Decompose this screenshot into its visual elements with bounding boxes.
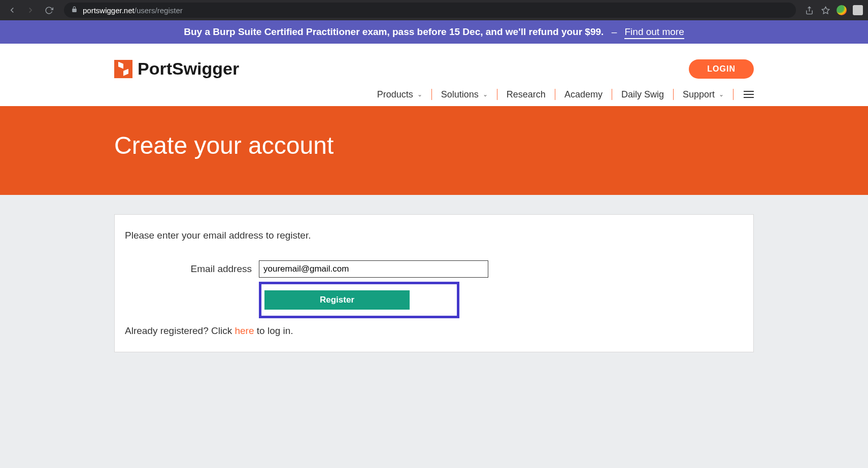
chevron-down-icon: ⌄: [417, 91, 422, 98]
email-label: Email address: [125, 263, 252, 275]
lock-icon: [71, 6, 78, 14]
forward-button[interactable]: [23, 3, 38, 17]
nav-research[interactable]: Research: [497, 89, 555, 100]
already-registered-text: Already registered? Click here to log in…: [125, 325, 743, 337]
form-intro-text: Please enter your email address to regis…: [125, 230, 743, 241]
promo-banner: Buy a Burp Suite Certified Practitioner …: [0, 20, 868, 44]
nav-solutions-label: Solutions: [441, 89, 479, 100]
register-highlight-box: Register: [259, 282, 459, 318]
form-section: Please enter your email address to regis…: [114, 214, 754, 352]
extension-icon-1[interactable]: [837, 5, 847, 15]
reload-button[interactable]: [42, 3, 56, 17]
bookmark-star-icon[interactable]: [820, 5, 830, 15]
profile-avatar-icon[interactable]: [853, 5, 863, 15]
register-card: Please enter your email address to regis…: [114, 214, 754, 352]
hamburger-menu-icon[interactable]: [733, 91, 754, 98]
share-icon[interactable]: [804, 5, 814, 15]
nav-academy-label: Academy: [564, 89, 603, 100]
page-title: Create your account: [114, 131, 754, 159]
nav-support[interactable]: Support ⌄: [674, 89, 733, 100]
promo-text: Buy a Burp Suite Certified Practitioner …: [184, 26, 604, 37]
login-button[interactable]: LOGIN: [689, 59, 754, 79]
url-text: portswigger.net/users/register: [83, 6, 183, 15]
chevron-down-icon: ⌄: [483, 91, 488, 98]
address-bar[interactable]: portswigger.net/users/register: [64, 3, 796, 18]
register-button[interactable]: Register: [264, 290, 410, 310]
email-field[interactable]: [259, 260, 488, 278]
promo-separator: –: [612, 26, 617, 37]
nav-academy[interactable]: Academy: [555, 89, 612, 100]
already-suffix: to log in.: [254, 325, 293, 336]
main-nav: Products ⌄ Solutions ⌄ Research Academy …: [114, 89, 754, 106]
browser-toolbar: portswigger.net/users/register: [0, 0, 868, 20]
nav-support-label: Support: [683, 89, 715, 100]
promo-link[interactable]: Find out more: [624, 26, 684, 39]
nav-products-label: Products: [377, 89, 413, 100]
back-button[interactable]: [5, 3, 19, 17]
logo-text: PortSwigger: [138, 59, 239, 79]
already-prefix: Already registered? Click: [125, 325, 235, 336]
nav-solutions[interactable]: Solutions ⌄: [432, 89, 497, 100]
login-here-link[interactable]: here: [235, 325, 254, 336]
nav-research-label: Research: [507, 89, 546, 100]
nav-daily-swig[interactable]: Daily Swig: [612, 89, 674, 100]
nav-products[interactable]: Products ⌄: [368, 89, 432, 100]
nav-daily-swig-label: Daily Swig: [621, 89, 664, 100]
logo[interactable]: PortSwigger: [114, 59, 239, 79]
page-header: PortSwigger LOGIN Products ⌄ Solutions ⌄…: [0, 44, 868, 106]
svg-marker-1: [822, 7, 829, 13]
logo-icon: [114, 60, 132, 78]
hero-banner: Create your account: [0, 106, 868, 195]
chevron-down-icon: ⌄: [719, 91, 724, 98]
